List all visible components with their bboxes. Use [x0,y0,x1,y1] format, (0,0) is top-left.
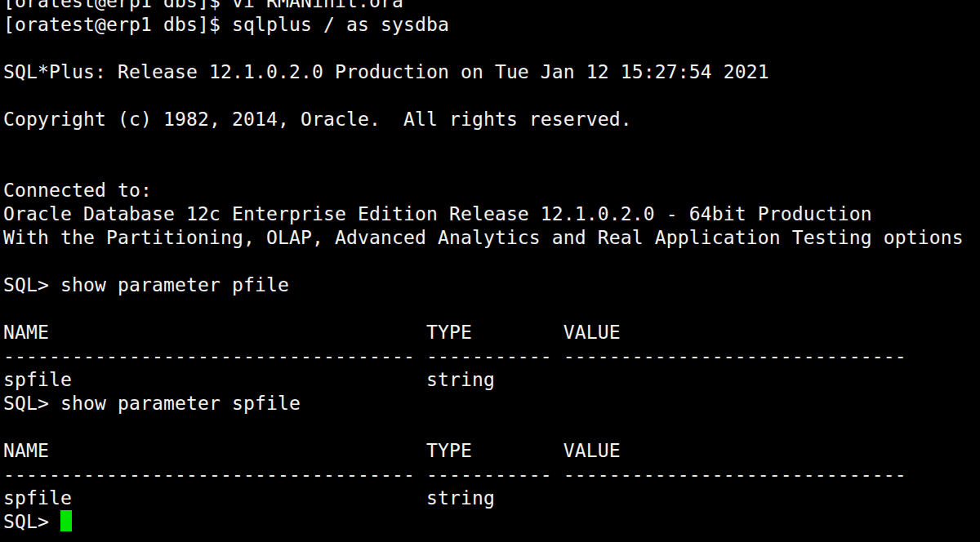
terminal-cursor [60,510,72,531]
terminal-output: [oratest@erp1 dbs]$ vi RMANinit.ora [ora… [3,0,964,534]
terminal-window[interactable]: [oratest@erp1 dbs]$ vi RMANinit.ora [ora… [0,0,980,542]
terminal-text: [oratest@erp1 dbs]$ vi RMANinit.ora [ora… [3,0,964,532]
